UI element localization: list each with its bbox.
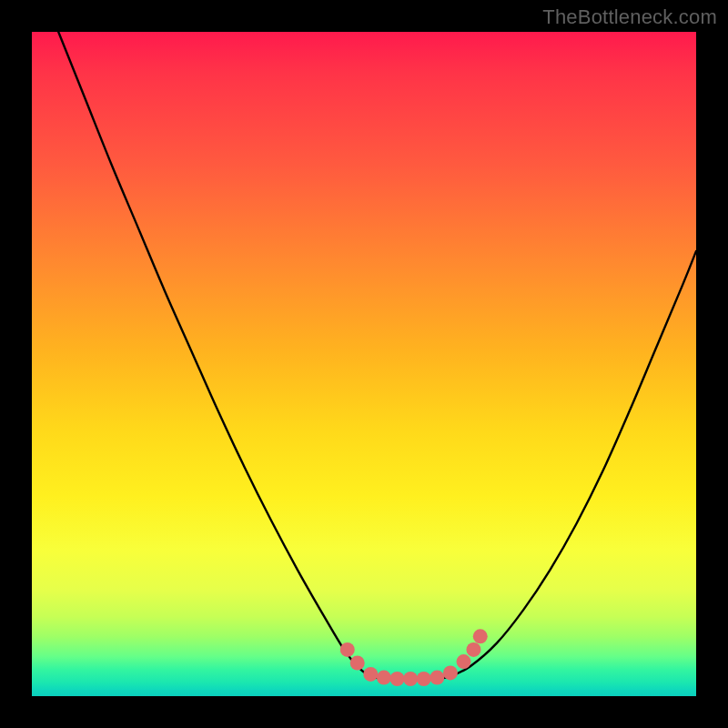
valley-marker — [403, 672, 418, 686]
curve-svg — [32, 32, 696, 696]
valley-marker — [443, 665, 458, 680]
valley-marker — [466, 642, 480, 657]
valley-markers — [340, 629, 488, 686]
plot-area — [32, 32, 696, 696]
valley-marker — [390, 672, 405, 686]
watermark-text: TheBottleneck.com — [542, 5, 717, 29]
valley-marker — [417, 672, 431, 686]
valley-marker — [377, 671, 391, 685]
valley-marker — [363, 667, 378, 682]
chart-frame: TheBottleneck.com — [0, 0, 728, 728]
valley-marker — [340, 642, 355, 657]
valley-marker — [430, 671, 444, 685]
v-curve — [58, 32, 696, 680]
valley-marker — [473, 629, 488, 643]
valley-marker — [457, 654, 471, 669]
valley-marker — [350, 656, 365, 671]
